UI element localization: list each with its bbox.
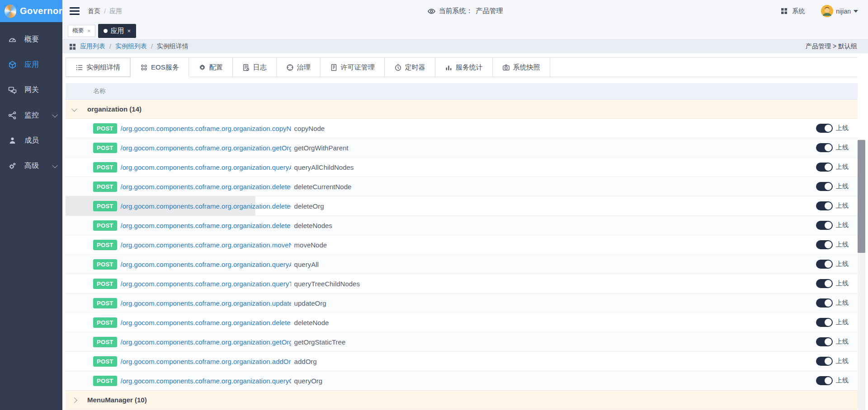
table-row[interactable]: POST /org.gocom.components.coframe.org.o… — [66, 313, 858, 332]
sidebar-item-advanced[interactable]: 高级 — [0, 153, 62, 178]
logo[interactable]: Governor — [0, 0, 62, 22]
service-path-link[interactable]: /org.gocom.components.coframe.org.organi… — [121, 222, 291, 229]
online-toggle[interactable] — [816, 337, 833, 346]
tab-configuration[interactable]: 配置 — [189, 58, 233, 77]
tab-instance-group-detail[interactable]: 实例组详情 — [66, 58, 130, 77]
member-icon — [8, 136, 17, 145]
gateway-icon — [8, 86, 17, 94]
camera-icon — [502, 64, 510, 71]
online-toggle[interactable] — [816, 260, 833, 269]
hamburger-menu-icon[interactable] — [70, 7, 80, 15]
sidebar-item-gateway[interactable]: 网关 — [0, 77, 62, 102]
online-toggle[interactable] — [816, 298, 833, 308]
online-toggle[interactable] — [816, 240, 833, 249]
service-name: deleteNodes — [294, 222, 332, 229]
close-icon[interactable]: × — [87, 28, 91, 34]
breadcrumb-home[interactable]: 首页 — [88, 7, 100, 15]
table-row[interactable]: POST /org.gocom.components.coframe.org.o… — [66, 138, 858, 158]
tab-label: 许可证管理 — [341, 63, 375, 72]
table-row[interactable]: POST /org.gocom.components.coframe.org.o… — [66, 177, 858, 196]
online-toggle[interactable] — [816, 124, 833, 133]
row-actions: 上线 — [816, 318, 858, 327]
breadcrumb-instance-group-list[interactable]: 实例组列表 — [115, 42, 147, 51]
table-row[interactable]: POST /org.gocom.components.coframe.org.o… — [66, 294, 858, 313]
service-path-link[interactable]: /org.gocom.components.coframe.org.organi… — [121, 183, 291, 191]
method-badge: POST — [93, 279, 117, 289]
list-icon — [75, 64, 83, 71]
online-toggle[interactable] — [816, 376, 833, 385]
tab-governance[interactable]: 治理 — [277, 58, 321, 77]
breadcrumb-app-list[interactable]: 应用列表 — [80, 42, 105, 51]
service-path-link[interactable]: /org.gocom.components.coframe.org.organi… — [121, 280, 291, 288]
table-row[interactable]: POST /org.gocom.components.coframe.org.o… — [66, 119, 858, 138]
header-right: 系统 nijian — [781, 5, 858, 17]
tab-system-snapshot[interactable]: 系统快照 — [493, 58, 550, 77]
service-path-link[interactable]: /org.gocom.components.coframe.org.organi… — [121, 163, 291, 171]
service-name: getOrgWithParent — [294, 144, 349, 152]
service-path-link[interactable]: /org.gocom.components.coframe.org.organi… — [121, 299, 291, 307]
tab-service-statistics[interactable]: 服务统计 — [435, 58, 493, 77]
online-toggle[interactable] — [816, 221, 833, 230]
chevron-down-icon[interactable] — [72, 105, 76, 113]
service-path-link[interactable]: /org.gocom.components.coframe.org.organi… — [121, 241, 291, 249]
sidebar-item-overview[interactable]: 概要 — [0, 27, 62, 52]
group-row-menumanager[interactable]: MenuManager (10) — [66, 391, 858, 410]
tab-logs[interactable]: 日志 — [233, 58, 277, 77]
sidebar-item-monitoring[interactable]: 监控 — [0, 102, 62, 128]
online-toggle[interactable] — [816, 318, 833, 327]
chevron-right-icon[interactable] — [72, 396, 76, 404]
tab-timer[interactable]: 定时器 — [385, 58, 435, 77]
dashboard-icon — [8, 35, 17, 44]
service-path-link[interactable]: /org.gocom.components.coframe.org.organi… — [121, 319, 291, 326]
table-row[interactable]: POST /org.gocom.components.coframe.org.o… — [66, 352, 858, 371]
group-row-organization[interactable]: organization (14) — [66, 100, 858, 119]
toggle-label: 上线 — [836, 357, 849, 365]
system-menu[interactable]: 系统 — [792, 7, 805, 15]
service-name: queryAll — [294, 261, 319, 268]
vertical-scrollbar[interactable] — [858, 139, 865, 410]
service-path-link[interactable]: /org.gocom.components.coframe.org.organi… — [121, 144, 291, 152]
sidebar-item-applications[interactable]: 应用 — [0, 52, 62, 77]
row-actions: 上线 — [816, 298, 858, 308]
group-context-label: 产品管理 > 默认组 — [806, 42, 857, 51]
tab-eos-services[interactable]: EOS服务 — [130, 58, 189, 77]
method-badge: POST — [93, 337, 117, 347]
service-path-link[interactable]: /org.gocom.components.coframe.org.organi… — [121, 261, 291, 268]
tab-license-management[interactable]: 许可证管理 — [321, 58, 385, 77]
table-row[interactable]: POST /org.gocom.components.coframe.org.o… — [66, 255, 858, 274]
sidebar-item-label: 成员 — [24, 136, 57, 145]
table-row[interactable]: POST /org.gocom.components.coframe.org.o… — [66, 216, 858, 235]
online-toggle[interactable] — [816, 279, 833, 288]
page-tab-overview[interactable]: 概要 × — [68, 25, 95, 37]
table-row[interactable]: POST /org.gocom.components.coframe.org.o… — [66, 235, 858, 255]
user-menu[interactable]: nijian — [821, 5, 858, 17]
toggle-knob — [825, 358, 832, 365]
page-tab-applications[interactable]: 应用 × — [98, 24, 137, 38]
table-row[interactable]: POST /org.gocom.components.coframe.org.o… — [66, 158, 858, 177]
service-path-link[interactable]: /org.gocom.components.coframe.org.organi… — [121, 338, 291, 346]
service-path-link[interactable]: /org.gocom.components.coframe.org.organi… — [121, 202, 291, 210]
table-row[interactable]: POST /org.gocom.components.coframe.org.o… — [66, 332, 858, 352]
row-actions: 上线 — [816, 201, 858, 210]
row-actions: 上线 — [816, 260, 858, 269]
timer-icon — [394, 64, 402, 71]
close-icon[interactable]: × — [127, 28, 131, 34]
online-toggle[interactable] — [816, 182, 833, 191]
toggle-knob — [825, 299, 832, 307]
table-row[interactable]: POST /org.gocom.components.coframe.org.o… — [66, 371, 858, 391]
sidebar-item-members[interactable]: 成员 — [0, 128, 62, 153]
online-toggle[interactable] — [816, 201, 833, 210]
table-row[interactable]: POST /org.gocom.components.coframe.org.o… — [66, 196, 858, 216]
service-path-link[interactable]: /org.gocom.components.coframe.org.organi… — [121, 358, 291, 365]
online-toggle[interactable] — [816, 143, 833, 152]
online-toggle[interactable] — [816, 163, 833, 172]
caret-down-icon — [854, 10, 858, 15]
tab-label: 实例组详情 — [86, 63, 120, 72]
service-path-link[interactable]: /org.gocom.components.coframe.org.organi… — [121, 377, 291, 385]
group-name: MenuManager (10) — [87, 396, 147, 404]
online-toggle[interactable] — [816, 357, 833, 366]
scrollbar-thumb[interactable] — [858, 140, 865, 253]
service-path-link[interactable]: /org.gocom.components.coframe.org.organi… — [121, 125, 291, 132]
table-row[interactable]: POST /org.gocom.components.coframe.org.o… — [66, 274, 858, 294]
license-icon — [330, 64, 338, 71]
